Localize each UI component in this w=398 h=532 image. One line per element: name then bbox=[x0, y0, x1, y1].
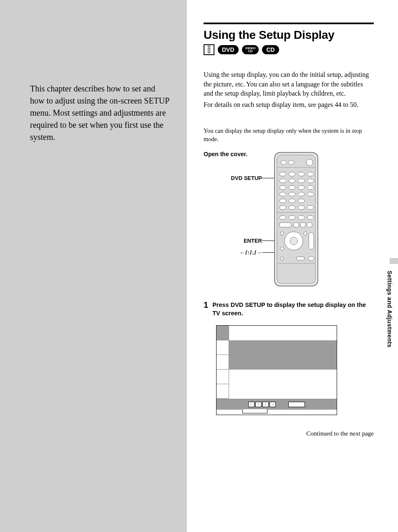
svg-point-16 bbox=[289, 185, 295, 190]
svg-point-28 bbox=[298, 205, 305, 210]
svg-point-47 bbox=[308, 256, 314, 261]
left-column: This chapter describes how to set and ho… bbox=[0, 0, 187, 532]
svg-point-40 bbox=[290, 237, 297, 245]
svg-point-43 bbox=[280, 247, 284, 250]
svg-point-19 bbox=[280, 192, 286, 196]
svg-rect-0 bbox=[208, 48, 210, 53]
format-badges: DVD VIDEO CD CD bbox=[204, 44, 374, 55]
callout-arrows: ←/↑/↓/→ bbox=[204, 249, 262, 256]
stop-mode-note: You can display the setup display only w… bbox=[204, 127, 370, 144]
page-title: Using the Setup Display bbox=[204, 28, 374, 42]
svg-point-8 bbox=[289, 172, 295, 176]
right-column: Using the Setup Display DVD VIDEO CD CD … bbox=[187, 0, 398, 532]
dvd-badge: DVD bbox=[218, 45, 239, 54]
svg-point-11 bbox=[280, 179, 286, 183]
svg-rect-37 bbox=[300, 223, 305, 227]
svg-rect-36 bbox=[294, 223, 299, 227]
tv-enter-box bbox=[288, 402, 305, 407]
remote-diagram: Open the cover. DVD SETUP ENTER ←/↑/↓/→ bbox=[204, 151, 374, 293]
svg-point-41 bbox=[280, 232, 284, 235]
title-rule bbox=[204, 23, 374, 24]
svg-point-15 bbox=[280, 185, 286, 190]
svg-point-17 bbox=[298, 185, 305, 190]
callout-enter: ENTER bbox=[204, 238, 262, 244]
svg-rect-46 bbox=[296, 257, 305, 260]
svg-point-25 bbox=[298, 199, 305, 203]
svg-point-12 bbox=[289, 179, 295, 183]
videocd-badge: VIDEO CD bbox=[242, 45, 259, 54]
svg-point-26 bbox=[280, 205, 286, 210]
svg-rect-38 bbox=[307, 223, 312, 227]
intro-paragraph-2: For details on each setup display item, … bbox=[204, 100, 370, 110]
svg-point-23 bbox=[280, 199, 286, 203]
tv-screen-illustration: ← ↑ ↓ → bbox=[216, 325, 337, 415]
svg-point-9 bbox=[298, 172, 305, 176]
svg-point-33 bbox=[298, 215, 305, 220]
svg-point-32 bbox=[289, 215, 295, 220]
svg-point-13 bbox=[298, 179, 305, 183]
callout-dvd-setup: DVD SETUP bbox=[204, 175, 262, 181]
svg-point-42 bbox=[304, 232, 307, 235]
svg-point-21 bbox=[298, 192, 305, 196]
svg-point-24 bbox=[289, 199, 295, 203]
tv-under-box bbox=[242, 409, 267, 413]
arrow-right-icon: → bbox=[270, 402, 276, 407]
arrow-left-icon: ← bbox=[248, 402, 254, 407]
svg-point-5 bbox=[306, 159, 313, 166]
svg-point-3 bbox=[281, 160, 287, 165]
continued-label: Continued to the next page bbox=[204, 430, 374, 437]
svg-point-4 bbox=[288, 160, 294, 165]
svg-point-10 bbox=[307, 172, 314, 176]
svg-point-29 bbox=[307, 205, 314, 210]
svg-point-20 bbox=[289, 192, 295, 196]
tv-footer: ← ↑ ↓ → bbox=[217, 399, 337, 410]
intro-paragraph-1: Using the setup display, you can do the … bbox=[204, 70, 370, 99]
arrow-up-icon: ↑ bbox=[255, 402, 262, 407]
step-text: Press DVD SETUP to display the setup dis… bbox=[212, 300, 374, 317]
svg-point-22 bbox=[307, 192, 314, 196]
svg-point-45 bbox=[280, 257, 284, 260]
svg-rect-44 bbox=[309, 233, 314, 249]
thumb-tab-notch bbox=[390, 258, 398, 264]
svg-point-27 bbox=[289, 205, 295, 210]
remote-illustration bbox=[271, 151, 321, 289]
step-1: 1 Press DVD SETUP to display the setup d… bbox=[204, 300, 374, 415]
svg-point-18 bbox=[307, 185, 314, 190]
svg-point-14 bbox=[307, 179, 314, 183]
svg-point-34 bbox=[307, 215, 314, 220]
tv-arrow-icons: ← ↑ ↓ → bbox=[248, 402, 276, 407]
section-label: Settings and Adjustments bbox=[386, 271, 393, 347]
arrow-down-icon: ↓ bbox=[262, 402, 269, 407]
svg-point-31 bbox=[280, 215, 286, 220]
chapter-intro: This chapter describes how to set and ho… bbox=[30, 83, 170, 143]
svg-point-7 bbox=[280, 172, 286, 176]
cd-badge: CD bbox=[262, 45, 279, 54]
svg-rect-35 bbox=[280, 223, 291, 227]
step-number: 1 bbox=[204, 300, 208, 310]
remote-icon bbox=[204, 44, 214, 55]
